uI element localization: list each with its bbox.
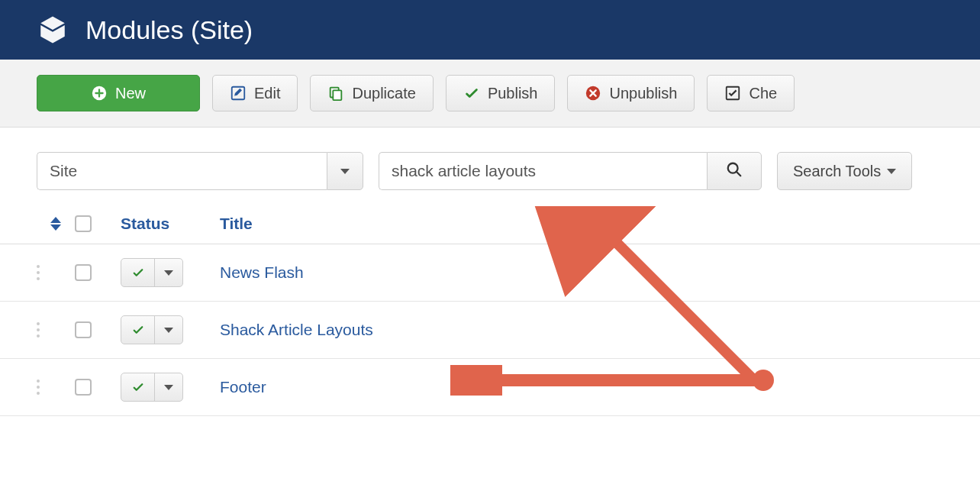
check-icon <box>463 85 480 102</box>
edit-button-label: Edit <box>254 85 280 102</box>
filter-bar: Site Search Tools <box>0 128 980 204</box>
page-header: Modules (Site) <box>0 0 980 60</box>
unpublish-button[interactable]: Unpublish <box>567 75 695 111</box>
new-button[interactable]: New <box>37 75 200 111</box>
table-row: Footer <box>0 359 980 416</box>
checkbox-icon <box>724 85 741 102</box>
status-toggle[interactable] <box>121 315 183 344</box>
module-title-link[interactable]: News Flash <box>220 263 304 281</box>
modules-table: Status Title News Flash Shack Article La… <box>0 204 980 416</box>
drag-handle[interactable] <box>37 379 75 395</box>
pencil-square-icon <box>230 85 247 102</box>
checkin-button[interactable]: Che <box>707 75 795 111</box>
publish-button[interactable]: Publish <box>446 75 556 111</box>
edit-button[interactable]: Edit <box>212 75 298 111</box>
client-select-value: Site <box>37 152 327 190</box>
new-button-label: New <box>115 85 146 102</box>
drag-handle[interactable] <box>37 322 75 338</box>
search-button[interactable] <box>707 152 762 190</box>
select-all-checkbox[interactable] <box>75 215 92 232</box>
row-checkbox[interactable] <box>75 264 92 281</box>
client-select-caret[interactable] <box>327 152 363 190</box>
drag-handle[interactable] <box>37 265 75 280</box>
module-title-link[interactable]: Footer <box>220 378 266 396</box>
caret-down-icon <box>340 169 350 174</box>
unpublish-button-label: Unpublish <box>609 85 677 102</box>
toolbar: New Edit Duplicate Publish Unpublish Che <box>0 60 980 128</box>
client-select[interactable]: Site <box>37 152 363 190</box>
table-row: Shack Article Layouts <box>0 302 980 359</box>
search-group <box>379 152 762 190</box>
table-row: News Flash <box>0 244 980 302</box>
duplicate-button[interactable]: Duplicate <box>310 75 433 111</box>
plus-circle-icon <box>91 85 108 102</box>
x-circle-icon <box>585 85 601 102</box>
row-checkbox[interactable] <box>75 379 92 396</box>
row-checkbox[interactable] <box>75 321 92 338</box>
caret-down-icon <box>887 169 896 174</box>
ordering-column[interactable] <box>37 217 75 231</box>
status-column-header[interactable]: Status <box>121 215 220 233</box>
status-toggle[interactable] <box>121 373 183 402</box>
publish-button-label: Publish <box>488 85 538 102</box>
page-title: Modules (Site) <box>85 15 253 45</box>
svg-rect-3 <box>334 90 342 100</box>
copy-icon <box>327 85 344 102</box>
duplicate-button-label: Duplicate <box>352 85 415 102</box>
status-toggle[interactable] <box>121 258 183 287</box>
title-column-header[interactable]: Title <box>220 215 943 233</box>
table-header: Status Title <box>0 204 980 244</box>
search-icon <box>726 161 743 181</box>
module-title-link[interactable]: Shack Article Layouts <box>220 321 373 338</box>
select-all-column <box>75 215 121 232</box>
search-tools-label: Search Tools <box>793 163 881 180</box>
checkin-button-label: Che <box>749 85 777 102</box>
cube-icon <box>37 14 69 46</box>
search-input[interactable] <box>379 152 707 190</box>
search-tools-button[interactable]: Search Tools <box>777 152 912 190</box>
